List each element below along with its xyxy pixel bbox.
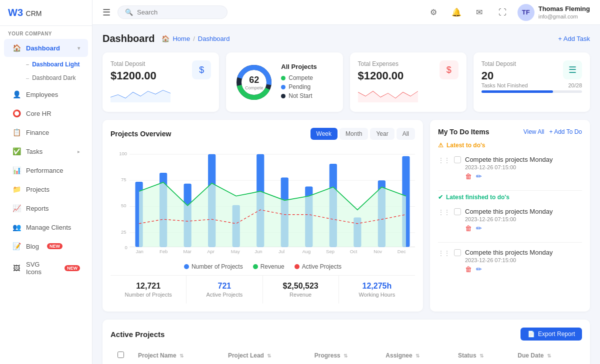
todo-edit-2[interactable]: ✏ bbox=[476, 224, 482, 232]
svg-text:50: 50 bbox=[121, 203, 126, 208]
todo-text-1: Compete this projects Monday bbox=[465, 156, 582, 163]
sidebar-item-performance[interactable]: 📊 Performance bbox=[4, 161, 88, 179]
summary-label-active: Active Projects bbox=[194, 292, 254, 298]
svg-text:May: May bbox=[231, 249, 240, 254]
svg-badge: NEW bbox=[64, 265, 80, 271]
svg-marker-26 bbox=[139, 182, 406, 247]
sidebar-item-projects[interactable]: 📁 Projects bbox=[4, 180, 88, 198]
svg-text:0: 0 bbox=[125, 245, 128, 250]
table-header-row: Project Name ⇅ Project Lead ⇅ Progress ⇅ bbox=[110, 347, 582, 364]
fullscreen-icon[interactable]: ⛶ bbox=[494, 4, 510, 20]
todo-item-actions-1: 🗑 ✏ bbox=[465, 172, 582, 180]
svg-text:100: 100 bbox=[119, 151, 127, 156]
home-icon: 🏠 bbox=[12, 43, 21, 52]
sort-icon-status[interactable]: ⇅ bbox=[480, 353, 484, 359]
expenses-icon: $ bbox=[440, 60, 458, 79]
todo-checkbox-1[interactable] bbox=[454, 156, 461, 163]
tasks-not-finished-label: Tasks Not Finished 20/28 bbox=[482, 82, 582, 88]
sidebar-label-reports: Reports bbox=[26, 205, 49, 212]
finance-icon: 📋 bbox=[12, 128, 21, 137]
export-button[interactable]: 📄 Export Report bbox=[520, 328, 582, 341]
svg-text:Mar: Mar bbox=[184, 249, 192, 254]
todo-title: My To Do Items bbox=[438, 128, 489, 136]
topbar: ☰ 🔍 ⚙ 🔔 ✉ ⛶ TF Thomas Fleming info@gmail… bbox=[92, 0, 600, 25]
user-info[interactable]: TF Thomas Fleming info@gmail.com bbox=[518, 4, 590, 21]
todo-view-all[interactable]: View All bbox=[524, 128, 544, 135]
sidebar-item-svg[interactable]: 🖼 SVG Icons NEW bbox=[4, 256, 88, 280]
drag-handle-3[interactable]: ⋮⋮ bbox=[438, 250, 450, 257]
donut-legend: All Projects Compete Pending Not Start bbox=[281, 63, 334, 101]
tab-all[interactable]: All bbox=[396, 128, 415, 140]
sparkline-blue bbox=[110, 87, 170, 102]
tasks-progress-fill bbox=[482, 90, 553, 93]
sort-icon-progress[interactable]: ⇅ bbox=[344, 353, 348, 359]
add-task-button[interactable]: + Add Task bbox=[558, 35, 590, 42]
tab-week[interactable]: Week bbox=[310, 128, 338, 140]
svg-icon: 🖼 bbox=[12, 264, 21, 273]
topbar-icons: ⚙ 🔔 ✉ ⛶ TF Thomas Fleming info@gmail.com bbox=[426, 4, 590, 21]
tab-year[interactable]: Year bbox=[370, 128, 394, 140]
breadcrumb-current: Dashboard bbox=[198, 35, 230, 42]
col-status: Status ⇅ bbox=[451, 347, 510, 364]
sidebar-label-employees: Employees bbox=[26, 91, 58, 98]
sidebar-item-finance[interactable]: 📋 Finance bbox=[4, 123, 88, 141]
breadcrumb-home[interactable]: Home bbox=[172, 35, 190, 42]
todo-text-2: Compete this projects Monday bbox=[465, 208, 582, 215]
messages-icon[interactable]: ✉ bbox=[472, 4, 488, 20]
sidebar-item-employees[interactable]: 👤 Employees bbox=[4, 85, 88, 103]
settings-icon[interactable]: ⚙ bbox=[426, 4, 442, 20]
summary-val-revenue: $2,50,523 bbox=[271, 282, 330, 291]
todo-delete-2[interactable]: 🗑 bbox=[465, 224, 472, 232]
sort-icon-assignee[interactable]: ⇅ bbox=[416, 353, 420, 359]
select-all-checkbox[interactable] bbox=[118, 352, 124, 358]
stat-card-deposit: Total Deposit $1200.00 $ bbox=[102, 52, 219, 112]
sort-icon-lead[interactable]: ⇅ bbox=[267, 353, 271, 359]
ap-title: Active Projects bbox=[110, 330, 164, 339]
reports-icon: 📈 bbox=[12, 204, 21, 213]
sidebar-item-dashboard[interactable]: 🏠 Dashboard ▾ bbox=[4, 39, 88, 57]
todo-delete-1[interactable]: 🗑 bbox=[465, 172, 472, 180]
sort-icon-due-date[interactable]: ⇅ bbox=[547, 353, 551, 359]
todo-checkbox-2[interactable] bbox=[454, 208, 461, 215]
todo-delete-3[interactable]: 🗑 bbox=[465, 265, 472, 273]
search-box[interactable]: 🔍 bbox=[118, 5, 228, 19]
legend-number-of-projects: Number of Projects bbox=[184, 263, 243, 270]
summary-hours: 12,275h Working Hours bbox=[339, 276, 415, 304]
todo-edit-3[interactable]: ✏ bbox=[476, 265, 482, 273]
chart-header: Projects Overview Week Month Year All bbox=[110, 128, 415, 140]
legend-notstart: Not Start bbox=[281, 92, 334, 99]
blog-icon: 📝 bbox=[12, 242, 21, 251]
drag-handle-2[interactable]: ⋮⋮ bbox=[438, 209, 450, 216]
search-input[interactable] bbox=[137, 8, 217, 16]
todo-add-btn[interactable]: + Add To Do bbox=[550, 128, 582, 135]
todo-edit-1[interactable]: ✏ bbox=[476, 172, 482, 180]
summary-label-num: Number of Projects bbox=[118, 292, 178, 298]
breadcrumb: 🏠 Home / Dashboard bbox=[162, 35, 230, 42]
tasks-icon: ✅ bbox=[12, 147, 21, 156]
todo-date-2: 2023-12-26 07:15:00 bbox=[465, 216, 582, 222]
sidebar-item-tasks[interactable]: ✅ Tasks ▸ bbox=[4, 142, 88, 160]
todo-item-actions-3: 🗑 ✏ bbox=[465, 265, 582, 273]
summary-row: 12,721 Number of Projects 721 Active Pro… bbox=[110, 275, 415, 304]
svg-text:Jun: Jun bbox=[254, 249, 262, 254]
stat-card-expenses: Total Expenses $1200.00 $ bbox=[350, 52, 466, 112]
todo-checkbox-3[interactable] bbox=[454, 249, 461, 256]
svg-text:Nov: Nov bbox=[374, 249, 382, 254]
dashboard-submenu: Dashboard Light Dashboard Dark bbox=[0, 57, 92, 85]
sidebar-sub-dashboard-dark[interactable]: Dashboard Dark bbox=[22, 71, 92, 84]
notifications-icon[interactable]: 🔔 bbox=[448, 4, 464, 20]
sidebar-item-blog[interactable]: 📝 Blog NEW bbox=[4, 237, 88, 255]
sidebar-sub-dashboard-light[interactable]: Dashboard Light bbox=[22, 58, 92, 71]
stat-value-deposit: $1200.00 bbox=[110, 69, 156, 82]
hamburger-menu[interactable]: ☰ bbox=[102, 7, 110, 18]
summary-val-hours: 12,275h bbox=[347, 282, 407, 291]
sidebar-item-clients[interactable]: 👥 Manage Clients bbox=[4, 218, 88, 236]
employees-icon: 👤 bbox=[12, 90, 21, 99]
drag-handle-1[interactable]: ⋮⋮ bbox=[438, 157, 450, 164]
sidebar-item-core[interactable]: ⭕ Core HR bbox=[4, 104, 88, 122]
todo-section-label-warning: ⚠ Latest to do's bbox=[438, 142, 582, 149]
tab-month[interactable]: Month bbox=[340, 128, 368, 140]
sort-icon-name[interactable]: ⇅ bbox=[180, 353, 184, 359]
svg-text:Jul: Jul bbox=[278, 249, 284, 254]
sidebar-item-reports[interactable]: 📈 Reports bbox=[4, 199, 88, 217]
